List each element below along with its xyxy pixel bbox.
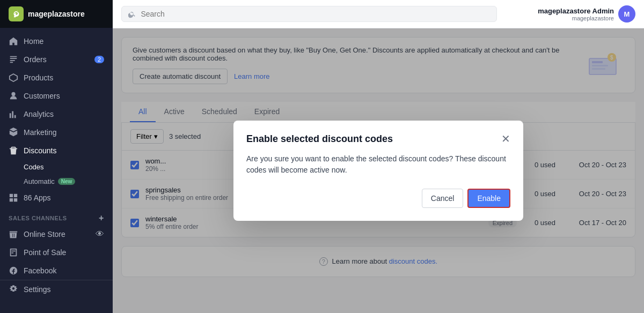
sidebar-item-facebook[interactable]: Facebook — [0, 262, 113, 280]
sidebar-item-settings[interactable]: Settings — [0, 280, 113, 299]
marketing-icon — [9, 128, 18, 137]
page-body: Give customers a discount based on what … — [113, 28, 644, 313]
main-content: mageplazastore Admin mageplazastore M Gi… — [113, 0, 644, 313]
cancel-button[interactable]: Cancel — [422, 189, 464, 208]
sidebar-item-point-of-sale[interactable]: Point of Sale — [0, 243, 113, 262]
sales-channels-label: SALES CHANNELS + — [0, 207, 113, 225]
store-name: mageplazastore — [28, 10, 85, 18]
sidebar-nav: Home Orders 2 Products Customers Analyti… — [0, 28, 113, 313]
eye-icon[interactable]: 👁 — [96, 229, 104, 239]
enable-discount-modal: Enable selected discount codes ✕ Are you… — [233, 121, 523, 221]
discounts-icon — [9, 146, 18, 155]
sidebar-subitem-codes[interactable]: Codes — [0, 160, 113, 174]
sidebar-item-products[interactable]: Products — [0, 69, 113, 87]
sidebar: mageplazastore Home Orders 2 Products Cu… — [0, 0, 113, 313]
store-icon — [9, 229, 18, 239]
search-box[interactable] — [121, 6, 497, 22]
enable-button[interactable]: Enable — [467, 189, 510, 208]
modal-overlay: Enable selected discount codes ✕ Are you… — [113, 28, 644, 313]
search-input[interactable] — [141, 10, 490, 18]
sidebar-subitem-automatic[interactable]: Automatic New — [0, 174, 113, 189]
user-info: mageplazastore Admin mageplazastore — [538, 7, 614, 21]
modal-body: Are you sure you want to enable the sele… — [246, 153, 510, 176]
modal-header: Enable selected discount codes ✕ — [246, 133, 510, 145]
avatar: M — [618, 5, 635, 23]
customers-icon — [9, 91, 18, 101]
pos-icon — [9, 248, 18, 257]
sidebar-item-analytics[interactable]: Analytics — [0, 105, 113, 123]
automatic-new-badge: New — [58, 178, 76, 185]
products-icon — [9, 73, 18, 83]
sidebar-item-marketing[interactable]: Marketing — [0, 123, 113, 141]
home-icon — [9, 36, 18, 46]
sidebar-item-online-store[interactable]: Online Store 👁 — [0, 225, 113, 243]
sidebar-item-discounts[interactable]: Discounts — [0, 141, 113, 160]
analytics-icon — [9, 109, 18, 119]
sidebar-item-customers[interactable]: Customers — [0, 87, 113, 105]
sidebar-header: mageplazastore — [0, 0, 113, 28]
modal-title: Enable selected discount codes — [246, 133, 393, 145]
facebook-icon — [9, 266, 18, 275]
user-name: mageplazastore Admin — [538, 7, 614, 15]
sidebar-item-apps[interactable]: 86 Apps — [0, 189, 113, 207]
apps-icon — [9, 193, 18, 203]
modal-close-button[interactable]: ✕ — [501, 133, 510, 144]
user-area: mageplazastore Admin mageplazastore M — [538, 5, 635, 23]
sidebar-item-home[interactable]: Home — [0, 32, 113, 50]
modal-footer: Cancel Enable — [246, 189, 510, 208]
sidebar-item-orders[interactable]: Orders 2 — [0, 50, 113, 69]
search-icon — [128, 10, 136, 18]
shopify-logo-icon — [9, 6, 24, 21]
user-email: mageplazastore — [538, 15, 614, 21]
orders-icon — [9, 55, 18, 64]
top-bar: mageplazastore Admin mageplazastore M — [113, 0, 644, 28]
add-channel-icon[interactable]: + — [99, 213, 104, 223]
settings-icon — [9, 285, 18, 294]
orders-badge: 2 — [94, 56, 104, 63]
